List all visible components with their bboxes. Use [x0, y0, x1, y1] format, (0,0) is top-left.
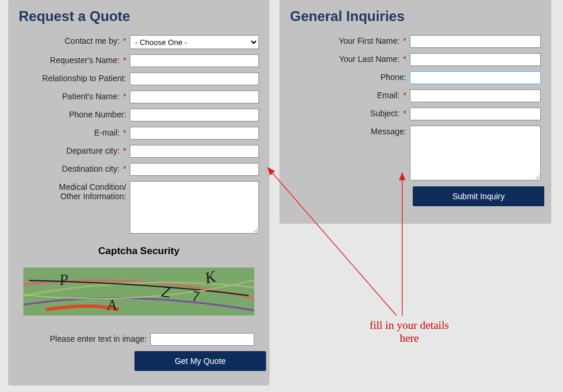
inq-email-label: Email: * — [290, 89, 410, 100]
captcha-input[interactable] — [150, 333, 254, 346]
departure-row: Departure city: * — [19, 145, 259, 158]
email-label: E-mail: * — [19, 127, 130, 137]
condition-row: Medical Condition/ Other Information: — [19, 181, 259, 234]
contact-row: Contact me by: * - Choose One - — [19, 35, 259, 49]
destination-row: Destination city: * — [19, 163, 259, 176]
svg-text:Z: Z — [160, 283, 172, 301]
last-name-row: Your Last Name: * — [290, 53, 541, 66]
get-my-quote-button[interactable]: Get My Quote — [134, 351, 266, 371]
inq-phone-row: Phone: — [290, 71, 541, 84]
relationship-input[interactable] — [130, 72, 259, 85]
general-inquiries-panel: General Inquiries Your First Name: * You… — [279, 0, 551, 224]
relationship-row: Relationship to Patient: — [19, 72, 259, 85]
required-marker: * — [123, 92, 126, 101]
subject-input[interactable] — [410, 107, 541, 120]
general-inquiries-title: General Inquiries — [290, 8, 541, 25]
requester-row: Requester's Name: * — [19, 54, 259, 67]
phone-label: Phone Number: — [19, 109, 130, 119]
request-quote-panel: Request a Quote Contact me by: * - Choos… — [8, 0, 270, 386]
destination-label: Destination city: * — [19, 163, 130, 174]
message-row: Message: — [290, 126, 541, 181]
required-marker: * — [403, 54, 406, 64]
inq-phone-label: Phone: — [290, 71, 410, 82]
patient-input[interactable] — [130, 91, 259, 103]
required-marker: * — [123, 36, 126, 46]
annotation-text: fill in your details here — [362, 319, 456, 345]
required-marker: * — [123, 55, 126, 65]
captcha-image: P A Z 7 K — [23, 268, 254, 315]
phone-input[interactable] — [130, 109, 259, 122]
subject-label: Subject: * — [290, 107, 410, 118]
contact-label: Contact me by: * — [19, 35, 130, 46]
message-label: Message: — [290, 126, 410, 136]
message-textarea[interactable] — [410, 126, 541, 181]
destination-input[interactable] — [130, 163, 259, 176]
required-marker: * — [123, 146, 126, 155]
inq-email-input[interactable] — [410, 89, 541, 102]
captcha-input-row: Please enter text in image: — [19, 333, 259, 346]
svg-text:P: P — [58, 270, 69, 289]
condition-label: Medical Condition/ Other Information: — [19, 181, 130, 201]
relationship-label: Relationship to Patient: — [19, 72, 130, 83]
captcha-prompt-label: Please enter text in image: — [19, 333, 150, 344]
first-name-label: Your First Name: * — [290, 35, 410, 46]
departure-label: Departure city: * — [19, 145, 130, 155]
inq-email-row: Email: * — [290, 89, 541, 102]
phone-row: Phone Number: — [19, 109, 259, 122]
required-marker: * — [403, 109, 406, 118]
first-name-input[interactable] — [410, 35, 541, 48]
patient-row: Patient's Name: * — [19, 91, 259, 103]
submit-inquiry-button[interactable]: Submit Inquiry — [413, 186, 544, 206]
patient-label: Patient's Name: * — [19, 91, 130, 101]
svg-text:K: K — [202, 268, 218, 287]
requester-label: Requester's Name: * — [19, 54, 130, 65]
inq-phone-input[interactable] — [410, 71, 541, 84]
required-marker: * — [123, 164, 126, 174]
last-name-input[interactable] — [410, 53, 541, 66]
email-input[interactable] — [130, 127, 259, 140]
required-marker: * — [403, 91, 406, 100]
contact-select[interactable]: - Choose One - — [130, 35, 259, 49]
condition-textarea[interactable] — [130, 181, 259, 234]
captcha-title: Captcha Security — [19, 245, 259, 257]
last-name-label: Your Last Name: * — [290, 53, 410, 64]
svg-text:A: A — [106, 296, 118, 314]
required-marker: * — [403, 36, 406, 46]
departure-input[interactable] — [130, 145, 259, 158]
first-name-row: Your First Name: * — [290, 35, 541, 48]
request-quote-title: Request a Quote — [19, 8, 259, 25]
subject-row: Subject: * — [290, 107, 541, 120]
email-row: E-mail: * — [19, 127, 259, 140]
required-marker: * — [123, 128, 126, 137]
requester-input[interactable] — [130, 54, 259, 67]
